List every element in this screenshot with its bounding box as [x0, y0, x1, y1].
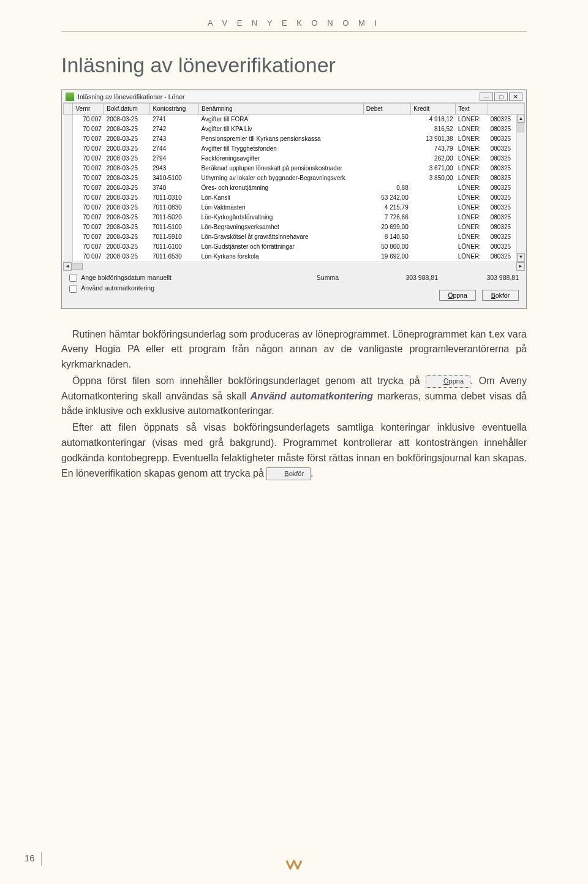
- cell-kredit: 3 850,00: [411, 173, 456, 183]
- cell-date: 2008-03-25: [104, 193, 150, 203]
- table-row[interactable]: 70 0072008-03-257011-6530Lön-Kyrkans för…: [64, 252, 525, 262]
- cell-konto: 7011-5020: [150, 213, 199, 222]
- cell-benamning: Lön-Gudstjänster och förrättningar: [199, 242, 364, 252]
- hscroll-thumb[interactable]: [72, 263, 83, 270]
- col-header-vernr[interactable]: Vernr: [73, 104, 104, 115]
- table-row[interactable]: 70 0072008-03-257011-5100Lön-Begravnings…: [64, 222, 525, 232]
- col-header-debet[interactable]: Debet: [363, 104, 410, 115]
- row-checkbox-cell[interactable]: [64, 222, 73, 232]
- table-row[interactable]: 70 0072008-03-253740Öres- och kronutjämn…: [64, 183, 525, 193]
- inline-bokfor-button[interactable]: Bokför: [266, 467, 311, 480]
- vertical-scrollbar[interactable]: ▲ ▼: [516, 114, 525, 262]
- table-row[interactable]: 70 0072008-03-252742Avgifter till KPA Li…: [64, 124, 525, 134]
- cell-text: LÖNER:: [456, 222, 488, 232]
- row-checkbox-cell[interactable]: [64, 124, 73, 134]
- footer-logo-icon: [285, 859, 303, 871]
- minimize-button[interactable]: —: [480, 93, 493, 101]
- scroll-up-icon[interactable]: ▲: [517, 114, 525, 123]
- cell-debet: 50 860,00: [363, 242, 410, 252]
- cell-vernr: 70 007: [73, 232, 104, 242]
- cell-debet: [363, 115, 410, 124]
- table-row[interactable]: 70 0072008-03-252794Fackföreningsavgifte…: [64, 154, 525, 164]
- cell-vernr: 70 007: [73, 164, 104, 173]
- cell-benamning: Lön-Kansli: [199, 193, 364, 203]
- row-checkbox-cell[interactable]: [64, 252, 73, 262]
- table-row[interactable]: 70 0072008-03-257011-5910Lön-Gravskötsel…: [64, 232, 525, 242]
- page-title: Inläsning av löneverifikationer: [61, 53, 588, 77]
- emphasis-auto-kontering: Använd automatkontering: [251, 391, 373, 401]
- cell-vernr: 70 007: [73, 115, 104, 124]
- row-checkbox-cell[interactable]: [64, 183, 73, 193]
- cell-benamning: Pensionspremier till Kyrkans pensionskas…: [199, 134, 364, 144]
- cell-text: LÖNER:: [456, 193, 488, 203]
- row-checkbox-cell[interactable]: [64, 213, 73, 222]
- row-checkbox-cell[interactable]: [64, 203, 73, 213]
- cell-konto: 2744: [150, 144, 199, 154]
- cell-konto: 3410-5100: [150, 173, 199, 183]
- scroll-down-icon[interactable]: ▼: [517, 253, 525, 262]
- close-button[interactable]: ✕: [509, 93, 522, 101]
- col-header-benamning[interactable]: Benämning: [199, 104, 364, 115]
- open-button[interactable]: Öppna: [439, 290, 476, 301]
- cell-date: 2008-03-25: [104, 144, 150, 154]
- window-footer: Ange bokföringsdatum manuellt Använd aut…: [63, 270, 525, 307]
- scroll-left-icon[interactable]: ◄: [63, 262, 72, 271]
- maximize-button[interactable]: ▢: [494, 93, 508, 101]
- inline-open-button[interactable]: Öppna: [426, 375, 470, 388]
- table-row[interactable]: 70 0072008-03-252943Beräknad upplupen lö…: [64, 164, 525, 173]
- row-checkbox-cell[interactable]: [64, 134, 73, 144]
- table-row[interactable]: 70 0072008-03-252744Avgifter till Tryggh…: [64, 144, 525, 154]
- row-checkbox-cell[interactable]: [64, 144, 73, 154]
- cell-konto: 7011-5910: [150, 232, 199, 242]
- cell-date: 2008-03-25: [104, 203, 150, 213]
- cell-benamning: Lön-Gravskötsel åt gravrättsinnehavare: [199, 232, 364, 242]
- table-row[interactable]: 70 0072008-03-252741Avgifter till FORA4 …: [64, 115, 525, 124]
- col-header-bokfdatum[interactable]: Bokf.datum: [104, 104, 150, 115]
- data-grid: Vernr Bokf.datum Kontosträng Benämning D…: [63, 103, 525, 262]
- cell-benamning: Fackföreningsavgifter: [199, 154, 364, 164]
- window-title: Inläsning av löneverifikationer - Löner: [78, 93, 480, 100]
- row-checkbox-cell[interactable]: [64, 115, 73, 124]
- horizontal-scrollbar[interactable]: ◄ ►: [63, 262, 525, 270]
- row-checkbox-cell[interactable]: [64, 154, 73, 164]
- cell-konto: 7011-0310: [150, 193, 199, 203]
- col-header-kontostrang[interactable]: Kontosträng: [150, 104, 199, 115]
- manual-date-checkbox[interactable]: Ange bokföringsdatum manuellt: [69, 274, 317, 282]
- auto-kontering-checkbox[interactable]: Använd automatkontering: [69, 284, 317, 293]
- cell-text: LÖNER:: [456, 154, 488, 164]
- table-row[interactable]: 70 0072008-03-257011-0830Lön-Vaktmästeri…: [64, 203, 525, 213]
- cell-kredit: [411, 222, 456, 232]
- auto-kontering-checkbox-input[interactable]: [69, 285, 77, 293]
- col-header-text[interactable]: Text: [456, 104, 488, 115]
- cell-vernr: 70 007: [73, 134, 104, 144]
- cell-kredit: 3 671,00: [411, 164, 456, 173]
- row-checkbox-cell[interactable]: [64, 173, 73, 183]
- table-row[interactable]: 70 0072008-03-253410-5100Uthyrning av lo…: [64, 173, 525, 183]
- cell-konto: 7011-6530: [150, 252, 199, 262]
- bokfor-button[interactable]: Bokför: [482, 290, 519, 301]
- cell-konto: 2741: [150, 115, 199, 124]
- cell-benamning: Lön-Begravningsverksamhet: [199, 222, 364, 232]
- table-row[interactable]: 70 0072008-03-257011-0310Lön-Kansli53 24…: [64, 193, 525, 203]
- manual-date-checkbox-input[interactable]: [69, 274, 77, 282]
- app-window: Inläsning av löneverifikationer - Löner …: [61, 89, 527, 309]
- cell-kredit: [411, 183, 456, 193]
- paragraph-3: Efter att filen öppnats så visas bokföri…: [61, 420, 527, 481]
- row-checkbox-cell[interactable]: [64, 232, 73, 242]
- scroll-right-icon[interactable]: ►: [516, 262, 525, 271]
- cell-benamning: Beräknad upplupen löneskatt på pensionsk…: [199, 164, 364, 173]
- row-checkbox-cell[interactable]: [64, 164, 73, 173]
- cell-benamning: Uthyrning av lokaler och byggnader-Begra…: [199, 173, 364, 183]
- cell-date: 2008-03-25: [104, 134, 150, 144]
- table-row[interactable]: 70 0072008-03-252743Pensionspremier till…: [64, 134, 525, 144]
- row-checkbox-cell[interactable]: [64, 242, 73, 252]
- row-checkbox-cell[interactable]: [64, 193, 73, 203]
- scroll-thumb[interactable]: [518, 123, 524, 132]
- cell-debet: 53 242,00: [363, 193, 410, 203]
- cell-vernr: 70 007: [73, 213, 104, 222]
- col-header-kredit[interactable]: Kredit: [411, 104, 456, 115]
- cell-date: 2008-03-25: [104, 222, 150, 232]
- table-row[interactable]: 70 0072008-03-257011-5020Lön-Kyrkogårdsf…: [64, 213, 525, 222]
- table-row[interactable]: 70 0072008-03-257011-6100Lön-Gudstjänste…: [64, 242, 525, 252]
- cell-text: LÖNER:: [456, 252, 488, 262]
